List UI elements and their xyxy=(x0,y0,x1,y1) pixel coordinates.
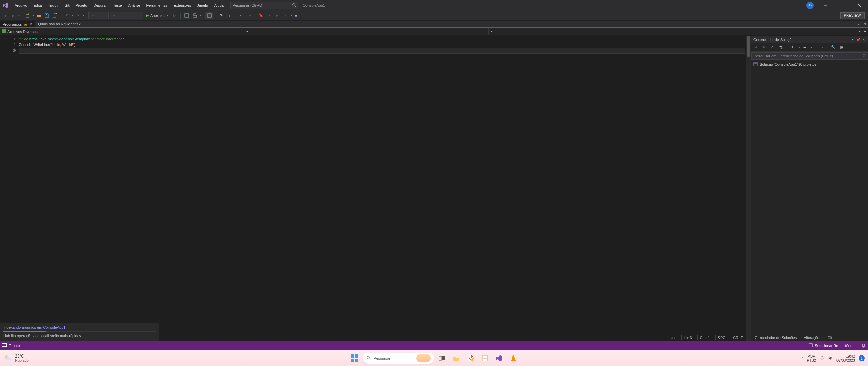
start-noddebug-button[interactable]: ▷ xyxy=(171,12,178,19)
menu-extensoes[interactable]: Extensões xyxy=(171,2,194,9)
menu-ferramentas[interactable]: Ferramentas xyxy=(143,2,171,9)
whats-new-tab[interactable]: Quais são as Novidades? xyxy=(35,21,84,27)
tool-2-dropdown[interactable]: ▾ xyxy=(200,14,201,17)
volume-icon[interactable] xyxy=(828,355,833,361)
maximize-button[interactable] xyxy=(835,0,850,11)
bm-prev-button[interactable]: ◂ xyxy=(265,12,273,19)
bm-clear-button[interactable]: ▫ xyxy=(282,12,289,19)
quick-action-icon[interactable] xyxy=(13,48,18,53)
save-all-button[interactable] xyxy=(51,12,59,19)
redo-button[interactable]: ↷ xyxy=(74,12,81,19)
redo-dropdown[interactable]: ▾ xyxy=(83,14,84,17)
menu-projeto[interactable]: Projeto xyxy=(73,2,91,9)
solution-config-dropdown[interactable]: ▾ xyxy=(88,12,109,19)
menu-analise[interactable]: Análise xyxy=(125,2,143,9)
menu-exibir[interactable]: Exibir xyxy=(46,2,62,9)
user-avatar[interactable]: JS xyxy=(806,2,814,9)
se-fwd-button[interactable]: ► xyxy=(761,44,768,50)
se-back-button[interactable]: ◄ xyxy=(753,44,760,50)
preview-button[interactable]: PREVIEW xyxy=(840,12,865,19)
se-sync-icon[interactable]: ⇆ xyxy=(777,44,784,50)
menu-git[interactable]: Git xyxy=(62,2,73,9)
se-home-icon[interactable]: ⌂ xyxy=(769,44,776,50)
tab-settings-icon[interactable]: ⚙ xyxy=(862,21,867,27)
tool-btn-2[interactable] xyxy=(191,12,198,19)
notifications-icon[interactable] xyxy=(861,343,866,348)
taskbar-app-vlc[interactable] xyxy=(507,352,519,364)
side-tab-git[interactable]: Alterações do Git xyxy=(800,336,835,340)
tab-dropdown-icon[interactable]: ▾ xyxy=(856,21,861,27)
taskbar-app-taskview[interactable] xyxy=(436,352,448,364)
se-refresh-icon[interactable]: ↻ xyxy=(790,44,796,50)
se-showall-icon[interactable]: ▭ xyxy=(809,44,816,50)
start-button[interactable] xyxy=(349,352,361,364)
attach-button[interactable]: ▶ Anexar... ▾ xyxy=(144,12,170,19)
solution-explorer-search[interactable]: Pesquisar em Gerenciador de Soluções (Ct… xyxy=(751,52,868,60)
toolbar-overflow[interactable]: ▾ xyxy=(291,14,292,17)
se-properties-icon[interactable]: 🔧 xyxy=(830,44,837,50)
code-area[interactable]: // See https://aka.ms/new-console-templa… xyxy=(19,36,745,341)
se-refresh-dropdown[interactable]: ▾ xyxy=(798,46,800,49)
code-link[interactable]: https://aka.ms/new-console-template xyxy=(29,37,90,41)
step-into-button[interactable]: ↓ xyxy=(225,12,233,19)
tool-btn-1[interactable] xyxy=(183,12,190,19)
se-filter-icon[interactable]: ⇋ xyxy=(801,44,808,50)
panel-close-icon[interactable]: × xyxy=(861,37,866,42)
solution-explorer-header[interactable]: Gerenciador de Soluções ▾ 📌 × xyxy=(751,36,868,43)
menu-arquivo[interactable]: Arquivo xyxy=(12,2,30,9)
file-tab-program[interactable]: Program.cs 🔒 × xyxy=(0,21,35,27)
taskbar-app-visualstudio[interactable] xyxy=(493,352,505,364)
global-search-input[interactable]: Pesquisar (Ctrl+Q) xyxy=(230,2,298,9)
save-button[interactable] xyxy=(43,12,51,19)
indent-button[interactable]: ≥ xyxy=(245,12,253,19)
split-vertical-icon[interactable]: ▾ xyxy=(857,29,862,34)
open-file-button[interactable] xyxy=(35,12,42,19)
panel-dropdown-icon[interactable]: ▾ xyxy=(850,37,855,42)
tab-close-icon[interactable]: × xyxy=(29,22,32,27)
minimize-button[interactable] xyxy=(818,0,833,11)
ime-lang-1[interactable]: POR xyxy=(807,354,816,358)
toggle-button[interactable] xyxy=(205,12,213,19)
code-editor[interactable]: 1 2 3 // See https://aka.ms/new-console-… xyxy=(0,36,751,341)
menu-depurar[interactable]: Depurar xyxy=(90,2,110,9)
nav-type-dropdown[interactable]: ▾ xyxy=(244,28,250,35)
ime-lang-2[interactable]: PTB2 xyxy=(807,358,816,362)
taskbar-app-chrome[interactable] xyxy=(465,352,477,364)
panel-pin-icon[interactable]: 📌 xyxy=(856,37,861,42)
output-icon[interactable] xyxy=(2,343,7,348)
taskbar-weather-widget[interactable]: 23°C Nublado xyxy=(0,354,32,363)
undo-button[interactable]: ↶ xyxy=(63,12,71,19)
tray-overflow-icon[interactable]: ˄ xyxy=(801,356,803,361)
side-tab-solution[interactable]: Gerenciador de Soluções xyxy=(751,336,800,340)
notification-center-icon[interactable]: 1 xyxy=(859,355,865,361)
menu-teste[interactable]: Teste xyxy=(110,2,125,9)
bm-next-button[interactable]: ▸ xyxy=(274,12,281,19)
bookmark-button[interactable]: 🔖 xyxy=(257,12,265,19)
taskbar-app-explorer[interactable] xyxy=(450,352,462,364)
solution-platform-dropdown[interactable]: ▾ xyxy=(110,12,143,19)
solution-root-node[interactable]: Solução 'ConsoleApp1' (0 projetos) xyxy=(753,62,867,67)
nav-back-button[interactable]: ◄ xyxy=(1,12,9,19)
close-button[interactable] xyxy=(852,0,867,11)
new-project-button[interactable] xyxy=(24,12,32,19)
step-over-button[interactable]: ↷ xyxy=(217,12,225,19)
nav-history-dropdown[interactable]: ▾ xyxy=(18,14,20,17)
nav-member-dropdown[interactable]: ▾ xyxy=(488,28,494,35)
outdent-button[interactable]: ≤ xyxy=(237,12,245,19)
status-eol[interactable]: CRLF xyxy=(731,336,745,340)
undo-dropdown[interactable]: ▾ xyxy=(72,14,73,17)
scrollbar-thumb[interactable] xyxy=(747,36,750,57)
select-repository-button[interactable]: Selecionar Repositório ▴ xyxy=(807,343,858,349)
taskbar-search[interactable]: Pesquisar xyxy=(363,353,434,364)
breadcrumb-project[interactable]: Arquivos Diversos xyxy=(0,29,40,34)
menu-janela[interactable]: Janela xyxy=(194,2,211,9)
vertical-scrollbar[interactable] xyxy=(746,36,751,341)
status-indent[interactable]: SPC xyxy=(715,336,728,340)
se-collapse-icon[interactable]: ▭ xyxy=(817,44,824,50)
menu-editar[interactable]: Editar xyxy=(30,2,46,9)
new-project-dropdown[interactable]: ▾ xyxy=(33,14,34,17)
taskbar-clock[interactable]: 19:42 07/03/2023 xyxy=(836,354,855,362)
wifi-icon[interactable] xyxy=(820,355,825,361)
nav-forward-button[interactable]: ► xyxy=(9,12,17,19)
taskbar-app-notepad[interactable] xyxy=(479,352,491,364)
